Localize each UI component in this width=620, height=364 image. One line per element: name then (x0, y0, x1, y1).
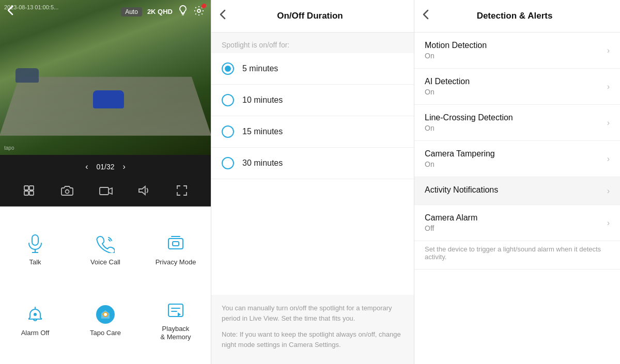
camera-tampering-sub: On (425, 160, 607, 168)
quality-badge: 2K QHD (147, 8, 173, 15)
svg-rect-5 (24, 191, 28, 195)
speaker-icon[interactable] (138, 185, 150, 199)
svg-point-17 (34, 313, 37, 316)
middle-panel: On/Off Duration Spotlight is on/off for:… (211, 0, 414, 364)
svg-rect-13 (168, 239, 183, 249)
mic-icon (25, 233, 45, 254)
ai-detection-sub: On (425, 88, 607, 96)
middle-panel-title: On/Off Duration (231, 11, 389, 21)
camera-alarm-sub: Off (425, 224, 607, 232)
voice-call-label: Voice Call (90, 258, 120, 266)
activity-notifications-item[interactable]: Activity Notifications › (414, 177, 620, 205)
privacy-icon (165, 233, 186, 254)
tapo-care-button[interactable]: Tapo Care (70, 286, 141, 356)
playback-prev-button[interactable]: ‹ (85, 162, 88, 171)
motion-detection-item[interactable]: Motion Detection On › (414, 33, 620, 69)
line-crossing-title: Line-Crossing Detection (425, 113, 607, 122)
duration-10min-label: 10 minutes (242, 96, 283, 105)
tapo-care-icon (95, 304, 116, 325)
camera-view: Auto 2K QHD 2023-08-13 01:00:5... tapo (0, 0, 211, 155)
svg-rect-3 (24, 186, 28, 190)
activity-notifications-chevron: › (607, 186, 610, 196)
note-1: You can manually turn on/off the spotlig… (222, 303, 404, 323)
camera-tampering-title: Camera Tampering (425, 149, 607, 159)
camera-tampering-chevron: › (607, 154, 610, 164)
duration-5min-label: 5 minutes (242, 64, 278, 73)
right-back-button[interactable] (423, 9, 429, 23)
playback-memory-label: Playback& Memory (160, 325, 191, 341)
ai-detection-chevron: › (607, 82, 610, 91)
camera-alarm-title: Camera Alarm (425, 213, 607, 223)
camera-alarm-note: Set the device to trigger a light/sound … (414, 241, 620, 270)
line-crossing-item[interactable]: Line-Crossing Detection On › (414, 105, 620, 141)
fullscreen-icon[interactable] (176, 185, 188, 199)
svg-rect-4 (29, 186, 34, 190)
camera-alarm-item[interactable]: Camera Alarm Off › (414, 205, 620, 241)
svg-marker-9 (139, 186, 145, 195)
middle-back-button[interactable] (220, 9, 226, 23)
talk-label: Talk (29, 258, 41, 266)
voice-call-button[interactable]: Voice Call (70, 215, 141, 286)
svg-rect-10 (32, 235, 38, 245)
svg-rect-6 (29, 191, 34, 195)
middle-subtitle: Spotlight is on/off for: (211, 33, 414, 53)
radio-10min (222, 94, 234, 106)
quick-actions-grid: Talk Voice Call Privacy Mode (0, 207, 211, 364)
privacy-mode-button[interactable]: Privacy Mode (141, 215, 211, 286)
svg-point-2 (197, 9, 200, 12)
notes-section: You can manually turn on/off the spotlig… (211, 295, 414, 364)
camera-alarm-chevron: › (607, 218, 610, 228)
privacy-mode-label: Privacy Mode (156, 258, 196, 266)
talk-button[interactable]: Talk (0, 215, 70, 286)
duration-10min-option[interactable]: 10 minutes (211, 85, 414, 116)
radio-5min (222, 62, 234, 75)
right-header: Detection & Alerts (414, 0, 620, 33)
radio-15min (222, 125, 234, 138)
middle-header: On/Off Duration (211, 0, 414, 33)
svg-rect-8 (100, 187, 109, 195)
alarm-icon (25, 304, 45, 325)
playback-count: 01/32 (96, 163, 114, 171)
video-record-icon[interactable] (99, 185, 113, 199)
duration-15min-option[interactable]: 15 minutes (211, 116, 414, 148)
camera-timestamp: 2023-08-13 01:00:5... (4, 4, 58, 10)
detection-alerts-list: Motion Detection On › AI Detection On › … (414, 33, 620, 364)
phone-icon (95, 233, 116, 254)
bulb-icon[interactable] (178, 5, 188, 19)
grid-icon[interactable] (23, 185, 35, 199)
line-crossing-sub: On (425, 124, 607, 132)
tapo-care-label: Tapo Care (90, 329, 121, 337)
playback-next-button[interactable]: › (123, 162, 126, 171)
playback-memory-icon (165, 300, 186, 321)
activity-notifications-title: Activity Notifications (425, 185, 607, 195)
line-crossing-chevron: › (607, 118, 610, 128)
right-panel-title: Detection & Alerts (434, 11, 595, 21)
camera-logo: tapo (4, 145, 14, 151)
auto-badge: Auto (121, 7, 142, 17)
playback-memory-button[interactable]: Playback& Memory (141, 286, 211, 356)
ai-detection-title: AI Detection (425, 77, 607, 86)
camera-tampering-item[interactable]: Camera Tampering On › (414, 141, 620, 177)
duration-15min-label: 15 minutes (242, 127, 283, 136)
note-2: Note: If you want to keep the spotlight … (222, 329, 404, 350)
camera-snapshot-icon[interactable] (61, 185, 73, 199)
right-panel: Detection & Alerts Motion Detection On ›… (414, 0, 620, 364)
motion-detection-sub: On (425, 52, 607, 60)
duration-5min-option[interactable]: 5 minutes (211, 53, 414, 85)
duration-30min-option[interactable]: 30 minutes (211, 148, 414, 179)
svg-rect-20 (168, 304, 183, 316)
motion-detection-title: Motion Detection (425, 41, 607, 50)
settings-icon[interactable] (193, 5, 205, 19)
duration-options-list: 5 minutes 10 minutes 15 minutes 30 minut… (211, 53, 414, 295)
alarm-off-label: Alarm Off (21, 329, 50, 337)
radio-30min (222, 157, 234, 169)
svg-rect-14 (173, 242, 179, 246)
svg-point-19 (104, 313, 107, 316)
alarm-off-button[interactable]: Alarm Off (0, 286, 70, 356)
playback-bar: ‹ 01/32 › (0, 155, 211, 178)
ai-detection-item[interactable]: AI Detection On › (414, 69, 620, 105)
motion-detection-chevron: › (607, 46, 610, 55)
duration-30min-label: 30 minutes (242, 159, 283, 168)
svg-point-7 (65, 190, 69, 194)
playback-toolbar (0, 178, 211, 207)
